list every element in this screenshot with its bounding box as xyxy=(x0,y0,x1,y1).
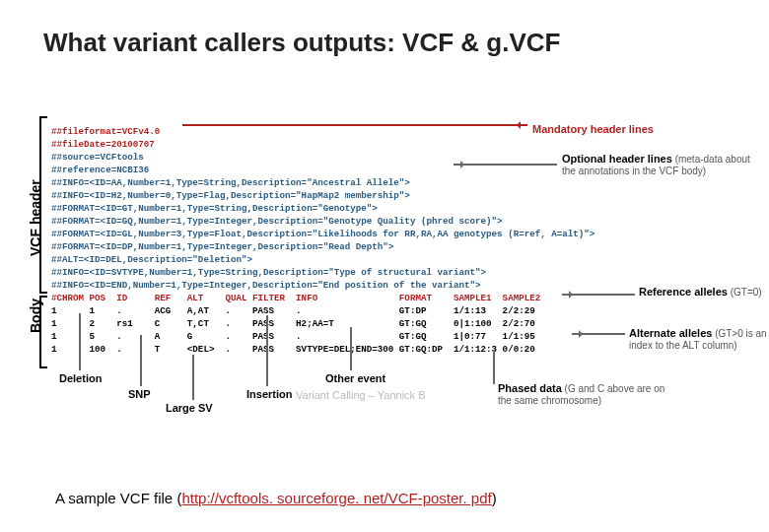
code-mandatory1: ##fileformat=VCFv4.0 xyxy=(51,126,160,137)
callout-otherevent: Other event xyxy=(325,372,385,384)
anno-altalleles-title: Alternate alleles xyxy=(629,327,712,339)
anno-optional: Optional header lines (meta-data about t… xyxy=(562,153,759,176)
code-alt1: ##ALT=<ID=DEL,Description="Deletion"> xyxy=(51,254,252,265)
anno-altalleles: Alternate alleles (GT>0 is an index to t… xyxy=(629,327,767,351)
caption-suffix: ) xyxy=(492,490,497,506)
anno-refalleles-title: Reference alleles xyxy=(639,286,728,298)
arrow-mandatory xyxy=(182,124,527,126)
code-row4: 1 100 . T <DEL> . PASS SVTYPE=DEL;END=30… xyxy=(51,344,535,355)
code-row1: 1 1 . ACG A,AT . PASS . GT:DP 1/1:13 2/2… xyxy=(51,305,535,316)
arrow-optional xyxy=(454,164,557,166)
code-fmt4: ##FORMAT=<ID=DP,Number=1,Type=Integer,De… xyxy=(51,241,393,252)
anno-refalleles-sub: (GT=0) xyxy=(728,287,762,298)
code-row2: 1 2 rs1 C T,CT . PASS H2;AA=T GT:GQ 0|1:… xyxy=(51,318,535,329)
code-info4: ##INFO=<ID=END,Number=1,Type=Integer,Des… xyxy=(51,280,481,291)
anno-phased-title: Phased data xyxy=(498,382,562,394)
code-opt1: ##source=VCFtools xyxy=(51,152,144,163)
side-label-body: Body xyxy=(28,299,43,333)
code-row3: 1 5 . A G . PASS . GT:GQ 1|0:77 1/1:95 xyxy=(51,331,535,342)
caption-link[interactable]: http://vcftools. sourceforge. net/VCF-po… xyxy=(181,490,491,506)
anno-refalleles: Reference alleles (GT=0) xyxy=(639,286,762,298)
slide-title: What variant callers outputs: VCF & g.VC… xyxy=(43,28,560,58)
line-otherevent xyxy=(350,327,352,370)
line-deletion xyxy=(79,313,81,370)
line-insertion xyxy=(266,315,268,386)
code-columns: #CHROM POS ID REF ALT QUAL FILTER INFO F… xyxy=(51,293,540,303)
line-largesv xyxy=(192,355,194,400)
code-fmt2: ##FORMAT=<ID=GQ,Number=1,Type=Integer,De… xyxy=(51,216,503,227)
caption-prefix: A sample VCF file ( xyxy=(55,490,181,506)
line-phased xyxy=(493,350,495,384)
code-fmt1: ##FORMAT=<ID=GT,Number=1,Type=String,Des… xyxy=(51,203,378,214)
vcf-code-block: ##fileformat=VCFv4.0 ##fileDate=20100707… xyxy=(51,125,594,356)
arrow-altalleles xyxy=(572,333,625,335)
anno-phased: Phased data (G and C above are on the sa… xyxy=(498,382,675,406)
code-info3: ##INFO=<ID=SVTYPE,Number=1,Type=String,D… xyxy=(51,267,486,278)
code-info1: ##INFO=<ID=AA,Number=1,Type=String,Descr… xyxy=(51,177,410,188)
callout-largesv: Large SV xyxy=(166,402,213,414)
code-opt2: ##reference=NCBI36 xyxy=(51,165,149,175)
code-mandatory2: ##fileDate=20100707 xyxy=(51,139,155,150)
callout-insertion: Insertion xyxy=(246,388,292,400)
anno-optional-title: Optional header lines xyxy=(562,153,672,165)
side-label-header: VCF header xyxy=(28,179,43,256)
arrow-refalleles xyxy=(562,294,635,296)
code-info2: ##INFO=<ID=H2,Number=0,Type=Flag,Descrip… xyxy=(51,190,410,201)
callout-snp: SNP xyxy=(128,388,151,400)
line-snp xyxy=(140,335,142,386)
code-fmt3: ##FORMAT=<ID=GL,Number=3,Type=Float,Desc… xyxy=(51,229,594,239)
anno-mandatory: Mandatory header lines xyxy=(532,123,654,135)
caption: A sample VCF file (http://vcftools. sour… xyxy=(55,490,497,506)
callout-deletion: Deletion xyxy=(59,372,102,384)
watermark: Variant Calling – Yannick B xyxy=(296,389,425,401)
